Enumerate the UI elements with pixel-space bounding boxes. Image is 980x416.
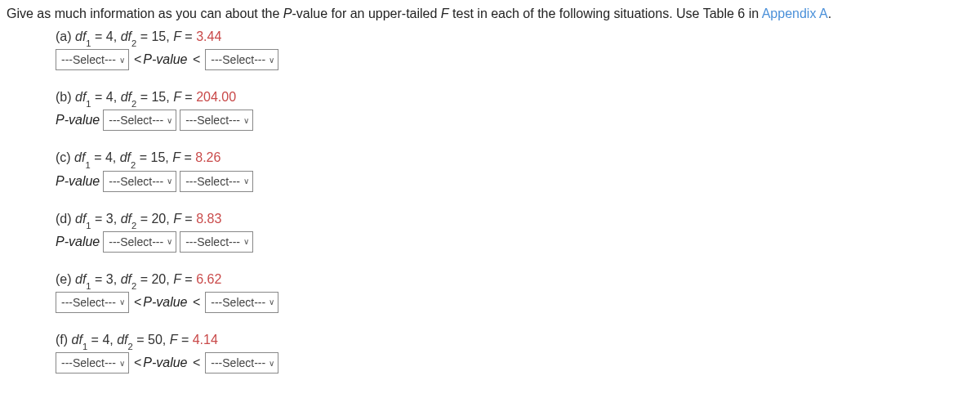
df-label: df — [121, 272, 131, 286]
pvalue-label: P-value — [56, 113, 100, 127]
pvalue-label: P-value — [56, 174, 100, 189]
problem-d-statement: (d) df1 = 3, df2 = 20, F = 8.83 — [56, 212, 980, 228]
sub-2: 2 — [128, 342, 133, 351]
pvalue-range-label: <P-value < — [132, 356, 202, 370]
select-lower-a[interactable]: ---Select--- ∨ — [56, 49, 129, 70]
df2-val: 15 — [151, 90, 166, 104]
select-text: ---Select--- — [109, 235, 163, 248]
df2-val: 50 — [148, 333, 163, 347]
select-text: ---Select--- — [211, 356, 265, 369]
part-label: (d) — [56, 212, 72, 226]
problem-f: (f) df1 = 4, df2 = 50, F = 4.14 ---Selec… — [56, 333, 980, 374]
chevron-down-icon: ∨ — [243, 177, 249, 186]
f-value: 204.00 — [196, 90, 236, 104]
problem-b-statement: (b) df1 = 4, df2 = 15, F = 204.00 — [56, 90, 980, 106]
answer-row-a: ---Select--- ∨ <P-value < ---Select--- ∨ — [56, 49, 980, 70]
df-label: df — [72, 333, 82, 347]
select-value-b[interactable]: ---Select--- ∨ — [180, 110, 253, 131]
df-label: df — [121, 90, 131, 104]
chevron-down-icon: ∨ — [119, 297, 125, 306]
select-text: ---Select--- — [185, 175, 240, 188]
select-text: ---Select--- — [109, 114, 163, 127]
answer-row-e: ---Select--- ∨ <P-value < ---Select--- ∨ — [56, 292, 980, 313]
select-upper-a[interactable]: ---Select--- ∨ — [205, 49, 278, 70]
chevron-down-icon: ∨ — [119, 56, 125, 65]
df1-val: 3 — [106, 212, 114, 226]
f-value: 3.44 — [196, 29, 221, 43]
df-label: df — [121, 212, 131, 226]
df1-val: 4 — [106, 90, 114, 104]
problem-e: (e) df1 = 3, df2 = 20, F = 6.62 ---Selec… — [56, 272, 980, 313]
part-label: (a) — [56, 29, 72, 43]
intro-part3: test in each of the following situations… — [449, 7, 762, 20]
f-label: F — [173, 212, 181, 226]
select-relation-b[interactable]: ---Select--- ∨ — [103, 110, 176, 131]
problem-b: (b) df1 = 4, df2 = 15, F = 204.00 P-valu… — [56, 90, 980, 131]
df2-val: 15 — [151, 29, 166, 43]
df-label: df — [120, 150, 131, 164]
select-value-c[interactable]: ---Select--- ∨ — [180, 171, 253, 192]
sub-2: 2 — [131, 38, 136, 48]
select-text: ---Select--- — [61, 296, 116, 309]
problem-a-statement: (a) df1 = 4, df2 = 15, F = 3.44 — [56, 29, 980, 46]
f-label: F — [173, 90, 181, 104]
df-label: df — [117, 333, 127, 347]
df1-val: 3 — [106, 272, 114, 286]
chevron-down-icon: ∨ — [167, 237, 172, 246]
pvalue-label: P-value — [56, 235, 100, 249]
df2-val: 20 — [151, 212, 166, 226]
df2-val: 15 — [151, 150, 166, 164]
select-relation-d[interactable]: ---Select--- ∨ — [103, 231, 176, 253]
df1-val: 4 — [106, 29, 114, 43]
sub-2: 2 — [131, 99, 136, 109]
chevron-down-icon: ∨ — [167, 116, 172, 125]
problem-a: (a) df1 = 4, df2 = 15, F = 3.44 ---Selec… — [56, 29, 980, 70]
answer-row-b: P-value ---Select--- ∨ ---Select--- ∨ — [56, 110, 980, 131]
df-label: df — [75, 90, 86, 104]
sub-1: 1 — [86, 281, 91, 291]
sub-2: 2 — [131, 281, 136, 291]
sub-1: 1 — [86, 38, 91, 48]
select-lower-f[interactable]: ---Select--- ∨ — [56, 352, 129, 374]
f-value: 6.62 — [196, 272, 221, 286]
sub-1: 1 — [85, 160, 90, 170]
answer-row-d: P-value ---Select--- ∨ ---Select--- ∨ — [56, 231, 980, 253]
f-label: F — [173, 272, 181, 286]
part-label: (f) — [56, 333, 68, 347]
problems-container: (a) df1 = 4, df2 = 15, F = 3.44 ---Selec… — [56, 29, 980, 374]
pvalue-range-label: <P-value < — [132, 295, 202, 310]
intro-period: . — [828, 7, 831, 20]
f-label: F — [173, 29, 181, 43]
intro-part1: Give as much information as you can abou… — [7, 7, 283, 20]
f-value: 8.26 — [195, 150, 220, 164]
chevron-down-icon: ∨ — [167, 177, 172, 186]
select-text: ---Select--- — [185, 114, 240, 127]
select-text: ---Select--- — [185, 235, 240, 248]
f-label: F — [172, 150, 180, 164]
f-label: F — [170, 333, 178, 347]
problem-e-statement: (e) df1 = 3, df2 = 20, F = 6.62 — [56, 272, 980, 289]
chevron-down-icon: ∨ — [119, 359, 125, 368]
select-upper-f[interactable]: ---Select--- ∨ — [205, 352, 278, 374]
intro-text: Give as much information as you can abou… — [7, 7, 980, 21]
select-upper-e[interactable]: ---Select--- ∨ — [205, 292, 278, 313]
sub-1: 1 — [82, 342, 87, 351]
intro-part2: -value for an upper-tailed — [292, 7, 441, 20]
select-relation-c[interactable]: ---Select--- ∨ — [103, 171, 176, 192]
appendix-link[interactable]: Appendix A — [762, 7, 828, 20]
intro-f-ital: F — [441, 7, 449, 20]
f-value: 8.83 — [196, 212, 221, 226]
df-label: df — [75, 212, 86, 226]
sub-1: 1 — [86, 99, 91, 109]
problem-d: (d) df1 = 3, df2 = 20, F = 8.83 P-value … — [56, 212, 980, 253]
select-lower-e[interactable]: ---Select--- ∨ — [56, 292, 129, 313]
select-value-d[interactable]: ---Select--- ∨ — [180, 231, 253, 253]
sub-1: 1 — [86, 221, 91, 230]
chevron-down-icon: ∨ — [269, 359, 274, 368]
intro-p-ital: P — [283, 7, 292, 20]
select-text: ---Select--- — [109, 175, 163, 188]
df2-val: 20 — [151, 272, 166, 286]
part-label: (e) — [56, 272, 72, 286]
problem-c-statement: (c) df1 = 4, df2 = 15, F = 8.26 — [56, 150, 980, 167]
df-label: df — [75, 272, 86, 286]
